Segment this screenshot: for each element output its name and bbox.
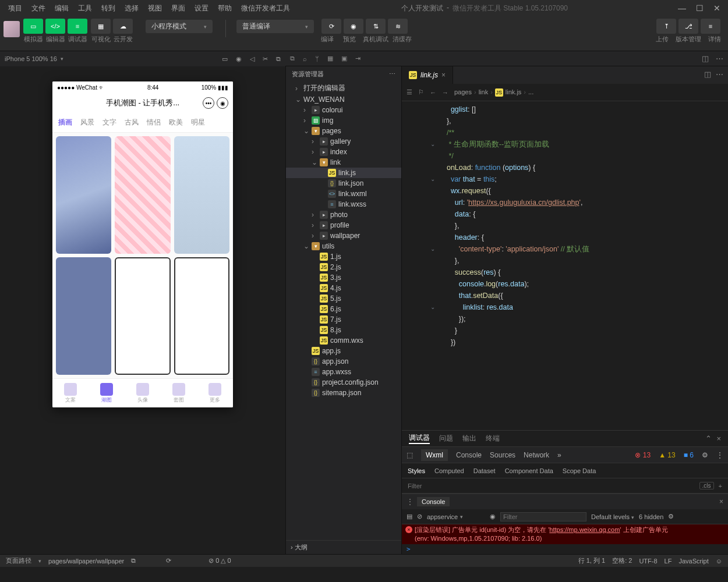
add-style-icon[interactable]: + [719, 482, 722, 489]
chevron-down-icon[interactable]: ▾ [38, 558, 41, 564]
tree-item-colorui[interactable]: ›▸colorui [286, 105, 401, 115]
extensions-icon[interactable]: ▦ [327, 55, 333, 62]
box-icon[interactable]: ▣ [341, 55, 347, 62]
open-editors-section[interactable]: ›打开的编辑器 [286, 82, 401, 94]
wallpaper-thumb[interactable] [174, 257, 229, 375]
editor-more-icon[interactable]: ⋯ [716, 70, 723, 79]
tree-item-wallpaper[interactable]: ›▸wallpaper [286, 230, 401, 241]
tabbar-item-wallpaper[interactable]: 潮图 [89, 379, 125, 407]
language-status[interactable]: JavaScript [678, 558, 708, 565]
tab-text[interactable]: 文字 [103, 118, 116, 127]
indent-icon[interactable]: ⇥ [355, 55, 361, 62]
tab-output[interactable]: 输出 [462, 434, 476, 443]
device-icon[interactable]: ▭ [222, 55, 228, 63]
visualizer-toggle[interactable]: ▦ [91, 19, 111, 34]
version-button[interactable]: ⎇ [678, 19, 698, 34]
split-icon[interactable]: ◫ [702, 54, 709, 63]
styles-filter-input[interactable] [408, 482, 695, 489]
tree-item-link-wxml[interactable]: <>link.wxml [286, 189, 401, 199]
forward-icon[interactable]: → [442, 89, 448, 96]
console-prompt[interactable]: > [402, 544, 728, 554]
menu-project[interactable]: 项目 [5, 2, 26, 15]
copy-icon[interactable]: ⧉ [290, 55, 295, 62]
tree-item-8-js[interactable]: JS8.js [286, 325, 401, 335]
debugger-toggle[interactable]: ≡ [68, 19, 87, 34]
tabs-overflow-icon[interactable]: » [557, 451, 561, 459]
tree-item-index[interactable]: ›▸index [286, 147, 401, 157]
wallpaper-thumb[interactable] [115, 136, 170, 254]
tree-item-link[interactable]: ⌄▾link [286, 157, 401, 168]
tab-dataset[interactable]: Dataset [473, 467, 496, 474]
clear-cache-button[interactable]: ≋ [388, 19, 408, 34]
console-link[interactable]: https://mp.weixin.qq.com [549, 526, 620, 533]
eol-status[interactable]: LF [665, 558, 672, 565]
inspect-icon[interactable]: ⬚ [407, 451, 413, 459]
back-icon[interactable]: ← [430, 89, 436, 96]
wallpaper-thumb[interactable] [56, 257, 111, 375]
console-filter-input[interactable] [500, 512, 586, 521]
menu-devtools[interactable]: 微信开发者工具 [238, 2, 294, 15]
tab-component-data[interactable]: Component Data [505, 467, 553, 474]
tree-item-app-json[interactable]: {}app.json [286, 356, 401, 367]
breadcrumb[interactable]: pages› link› JS link.js› ... [454, 88, 533, 97]
code-content[interactable]: gglist: [] }, /** * 生命周期函数--监听页面加载 */ on… [438, 101, 728, 430]
menu-tools[interactable]: 工具 [75, 2, 96, 15]
tree-item-link-wxss[interactable]: ≡link.wxss [286, 199, 401, 210]
tab-computed[interactable]: Computed [434, 467, 464, 474]
compile-dropdown[interactable]: 普通编译▾ [236, 20, 314, 33]
tabbar-item-more[interactable]: 更多 [197, 379, 233, 407]
cut-icon[interactable]: ✂ [263, 55, 268, 63]
tab-network[interactable]: Network [524, 451, 549, 459]
tree-item-comm-wxs[interactable]: JScomm.wxs [286, 335, 401, 346]
tree-item-sitemap-json[interactable]: {}sitemap.json [286, 388, 401, 398]
tree-item-app-wxss[interactable]: ≡app.wxss [286, 367, 401, 377]
tabbar-item-avatar[interactable]: 头像 [125, 379, 161, 407]
menu-goto[interactable]: 转到 [98, 2, 119, 15]
console-tab[interactable]: Console [417, 497, 450, 506]
tab-ancient[interactable]: 古风 [125, 118, 139, 127]
info-badge[interactable]: ■ 6 [684, 451, 694, 459]
tab-problems[interactable]: 问题 [439, 434, 453, 443]
menu-edit[interactable]: 编辑 [51, 2, 72, 15]
gear-icon[interactable]: ⚙ [702, 451, 708, 459]
code-editor[interactable]: ⌄⌄⌄⌄ gglist: [] }, /** * 生命周期函数--监听页面加载 … [402, 101, 728, 430]
tab-wxml[interactable]: Wxml [421, 449, 448, 461]
levels-select[interactable]: Default levels ▾ [591, 513, 634, 520]
split-editor-icon[interactable]: ◫ [704, 70, 711, 79]
cls-toggle[interactable]: .cls [699, 482, 714, 489]
fold-gutter[interactable]: ⌄⌄⌄⌄ [427, 101, 438, 430]
close-icon[interactable]: × [716, 434, 721, 443]
tree-item-app-js[interactable]: JSapp.js [286, 346, 401, 356]
gear-icon[interactable]: ⚙ [668, 513, 674, 520]
menu-file[interactable]: 文件 [28, 2, 49, 15]
remote-debug-button[interactable]: ⇅ [366, 19, 386, 34]
menu-settings[interactable]: 设置 [191, 2, 212, 15]
refresh-status-icon[interactable]: ⟳ [166, 557, 171, 565]
tabbar-item-gallery[interactable]: 套图 [161, 379, 197, 407]
tabbar-item-text[interactable]: 文案 [52, 379, 89, 407]
wallpaper-thumb[interactable] [115, 257, 170, 375]
hidden-count[interactable]: 6 hidden [639, 513, 663, 520]
menu-view[interactable]: 视图 [144, 2, 165, 15]
page-path[interactable]: pages/wallpaper/wallpaper [48, 558, 124, 565]
tree-item-3-js[interactable]: JS3.js [286, 272, 401, 283]
capsule-close-icon[interactable]: ◉ [217, 97, 228, 109]
editor-toggle[interactable]: </> [45, 19, 65, 34]
kebab-icon[interactable]: ⋮ [407, 498, 414, 506]
tree-item-1-js[interactable]: JS1.js [286, 251, 401, 262]
tree-item-2-js[interactable]: JS2.js [286, 262, 401, 272]
tree-item-utils[interactable]: ⌄▾utils [286, 241, 401, 251]
chevron-down-icon[interactable]: ▾ [61, 56, 63, 62]
sidebar-icon[interactable]: ▤ [407, 513, 412, 520]
compile-button[interactable]: ⟳ [321, 19, 341, 34]
tree-item-link-json[interactable]: {}link.json [286, 178, 401, 189]
indent-status[interactable]: 空格: 2 [612, 556, 632, 565]
minimize-icon[interactable]: — [676, 3, 688, 13]
eye-icon[interactable]: ◉ [490, 513, 496, 520]
device-label[interactable]: iPhone 5 100% 16 [5, 55, 57, 62]
encoding-status[interactable]: UTF-8 [639, 558, 657, 565]
tree-item-gallery[interactable]: ›▸gallery [286, 136, 401, 147]
cloud-toggle[interactable]: ☁ [113, 19, 133, 34]
more-icon[interactable]: ⋯ [716, 54, 723, 63]
copy-icon[interactable]: ⧉ [276, 55, 281, 63]
